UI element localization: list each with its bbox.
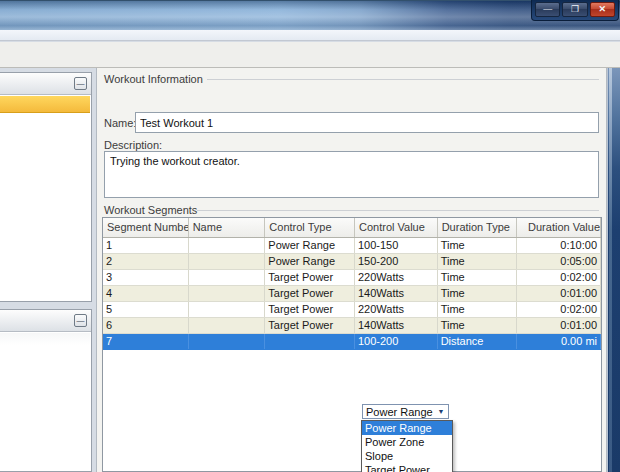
section-rule	[207, 79, 599, 80]
column-header-control-value[interactable]: Control Value	[355, 218, 438, 237]
cell-segment-number[interactable]: 6	[103, 318, 189, 333]
chevron-down-icon[interactable]: ▼	[434, 405, 448, 418]
maximize-button[interactable]: ❐	[562, 2, 587, 17]
panel-collapse-icon[interactable]: —	[74, 77, 87, 90]
cell-control-value[interactable]: 220Watts	[355, 302, 438, 317]
cell-segment-number[interactable]: 3	[103, 270, 189, 285]
cell-segment-number[interactable]: 1	[103, 238, 189, 253]
cell-duration-value[interactable]: 0:05:00	[517, 254, 601, 269]
cell-control-value[interactable]: 100-150	[355, 238, 438, 253]
cell-control-type[interactable]: Power Range	[265, 254, 355, 269]
cell-name[interactable]	[189, 254, 266, 269]
dropdown-item-target-power[interactable]: Target Power	[362, 463, 452, 472]
left-bottom-panel-header: —	[0, 310, 91, 332]
cell-control-type[interactable]: Target Power	[265, 270, 355, 285]
minimize-button[interactable]: —	[535, 2, 560, 17]
table-row[interactable]: 4 Target Power 140Watts Time 0:01:00	[103, 286, 601, 302]
cell-control-type[interactable]: Power Range	[265, 238, 355, 253]
cell-duration-type[interactable]: Time	[438, 286, 518, 301]
column-header-duration-value[interactable]: Duration Value	[517, 218, 601, 237]
cell-name[interactable]	[189, 334, 266, 349]
highlighted-list-row[interactable]	[0, 96, 90, 113]
workout-document: Workout Information Name: Description: T…	[96, 68, 607, 472]
cell-segment-number[interactable]: 4	[103, 286, 189, 301]
cell-control-value[interactable]: 150-200	[355, 254, 438, 269]
cell-duration-type[interactable]: Time	[438, 254, 518, 269]
description-label: Description:	[104, 139, 162, 151]
cell-duration-value[interactable]: 0:02:00	[517, 302, 601, 317]
segments-table: Segment Number Name Control Type Control…	[102, 217, 602, 472]
table-row-selected[interactable]: 7 100-200 Distance 0.00 mi	[103, 334, 601, 350]
titlebar-gloss	[0, 1, 620, 30]
dropdown-item-power-zone[interactable]: Power Zone	[362, 435, 452, 449]
name-field[interactable]	[135, 112, 599, 133]
cell-duration-type[interactable]: Time	[438, 302, 518, 317]
cell-name[interactable]	[189, 302, 266, 317]
left-top-panel-header: —	[0, 73, 91, 95]
cell-duration-value[interactable]: 0:02:00	[517, 270, 601, 285]
section-rule	[197, 210, 599, 211]
column-header-segment-number[interactable]: Segment Number	[103, 218, 189, 237]
dropdown-item-slope[interactable]: Slope	[362, 449, 452, 463]
left-bottom-panel: —	[0, 309, 92, 472]
cell-segment-number[interactable]: 2	[103, 254, 189, 269]
column-header-control-type[interactable]: Control Type	[265, 218, 355, 237]
cell-duration-type[interactable]: Time	[438, 270, 518, 285]
panel-collapse-icon[interactable]: —	[74, 314, 87, 327]
table-row[interactable]: 5 Target Power 220Watts Time 0:02:00	[103, 302, 601, 318]
cell-control-type[interactable]: Target Power	[265, 318, 355, 333]
table-empty-area	[103, 350, 601, 471]
app-window: — ❐ ✕ — — Greg: Test Workout 1 ✕ ◄ ► ▼ ❒	[0, 0, 620, 472]
cell-control-value[interactable]: 140Watts	[355, 286, 438, 301]
cell-name[interactable]	[189, 286, 266, 301]
toolbar-band	[0, 42, 620, 68]
table-row[interactable]: 3 Target Power 220Watts Time 0:02:00	[103, 270, 601, 286]
cell-segment-number[interactable]: 5	[103, 302, 189, 317]
cell-duration-value[interactable]: 0:01:00	[517, 318, 601, 333]
panel-body-shine	[0, 333, 90, 345]
cell-control-type-editing[interactable]	[265, 334, 355, 349]
cell-duration-type[interactable]: Time	[438, 238, 518, 253]
column-header-duration-type[interactable]: Duration Type	[438, 218, 518, 237]
window-titlebar	[0, 0, 620, 30]
table-row[interactable]: 2 Power Range 150-200 Time 0:05:00	[103, 254, 601, 270]
cell-control-value[interactable]: 220Watts	[355, 270, 438, 285]
cell-segment-number[interactable]: 7	[103, 334, 189, 349]
left-top-panel: —	[0, 72, 92, 302]
table-row[interactable]: 1 Power Range 100-150 Time 0:10:00	[103, 238, 601, 254]
menu-band	[0, 30, 620, 41]
cell-name[interactable]	[189, 318, 266, 333]
cell-duration-value[interactable]: 0:01:00	[517, 286, 601, 301]
table-header-row: Segment Number Name Control Type Control…	[103, 218, 601, 238]
cell-control-value[interactable]: 140Watts	[355, 318, 438, 333]
cell-duration-value[interactable]: 0:10:00	[517, 238, 601, 253]
cell-control-type[interactable]: Target Power	[265, 286, 355, 301]
cell-duration-value[interactable]: 0.00 mi	[517, 334, 601, 349]
window-right-border	[607, 68, 620, 472]
cell-name[interactable]	[189, 238, 266, 253]
section-workout-segments: Workout Segments	[104, 204, 197, 216]
combobox-value: Power Range	[363, 406, 434, 418]
cell-name[interactable]	[189, 270, 266, 285]
control-type-combobox[interactable]: Power Range ▼	[362, 404, 449, 419]
name-label: Name:	[104, 117, 136, 129]
cell-control-value[interactable]: 100-200	[355, 334, 438, 349]
description-field[interactable]: Trying the workout creator.	[104, 151, 599, 198]
table-row[interactable]: 6 Target Power 140Watts Time 0:01:00	[103, 318, 601, 334]
cell-duration-type[interactable]: Time	[438, 318, 518, 333]
close-button[interactable]: ✕	[590, 2, 615, 17]
control-type-dropdown-list: Power Range Power Zone Slope Target Powe…	[361, 420, 453, 472]
section-workout-information: Workout Information	[104, 73, 203, 85]
column-header-name[interactable]: Name	[189, 218, 266, 237]
window-controls: — ❐ ✕	[531, 0, 619, 21]
window-border-highlight	[609, 68, 612, 472]
cell-control-type[interactable]: Target Power	[265, 302, 355, 317]
dropdown-item-power-range[interactable]: Power Range	[362, 421, 452, 435]
cell-duration-type[interactable]: Distance	[438, 334, 518, 349]
